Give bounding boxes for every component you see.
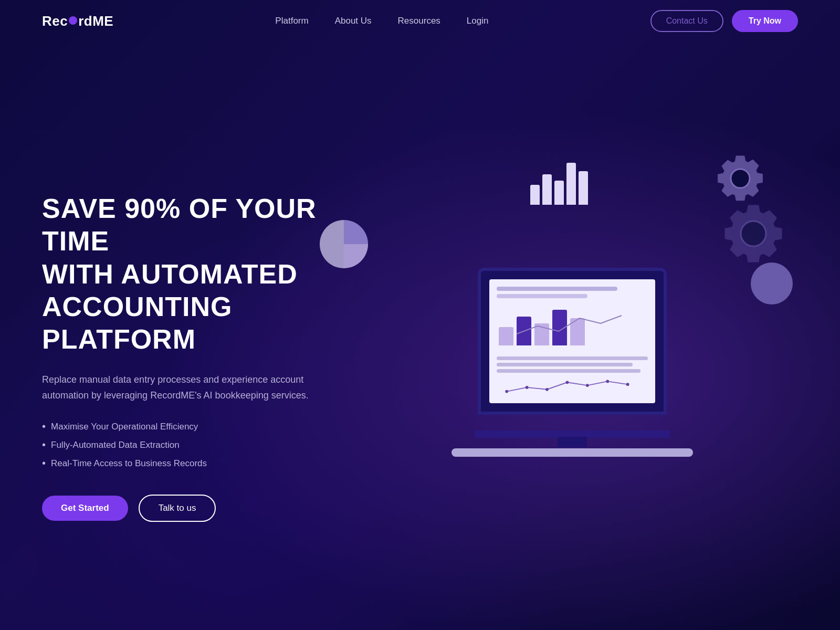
gear-small-icon bbox=[719, 200, 788, 268]
hero-subtitle: Replace manual data entry processes and … bbox=[42, 372, 315, 404]
talk-to-us-button[interactable]: Talk to us bbox=[139, 495, 216, 522]
bullet-1: Maximise Your Operational Efficiency bbox=[42, 421, 326, 433]
dot-line-chart bbox=[497, 377, 648, 396]
float-bar-chart bbox=[530, 158, 588, 205]
logo-icon-o bbox=[69, 16, 77, 25]
svg-point-6 bbox=[566, 381, 569, 384]
hero-cta: Get Started Talk to us bbox=[42, 495, 326, 522]
nav-actions: Contact Us Try Now bbox=[650, 10, 798, 32]
screen-content bbox=[489, 279, 655, 403]
gear-large-icon bbox=[714, 152, 766, 205]
nav-resources[interactable]: Resources bbox=[398, 16, 440, 26]
hero-title: SAVE 90% OF YOUR TIME WITH AUTOMATED ACC… bbox=[42, 192, 326, 356]
logo-text-end: rdME bbox=[78, 13, 113, 29]
nav-about[interactable]: About Us bbox=[335, 16, 372, 26]
nav-login[interactable]: Login bbox=[467, 16, 489, 26]
hero-section: SAVE 90% OF YOUR TIME WITH AUTOMATED ACC… bbox=[0, 42, 840, 630]
svg-point-4 bbox=[526, 386, 529, 389]
bullet-2: Fully-Automated Data Extraction bbox=[42, 439, 326, 451]
svg-point-3 bbox=[505, 390, 508, 393]
pie-chart-icon bbox=[315, 215, 373, 273]
svg-point-5 bbox=[545, 388, 549, 391]
svg-point-9 bbox=[626, 383, 629, 386]
svg-point-8 bbox=[606, 380, 609, 383]
logo[interactable]: Rec rdME bbox=[42, 13, 113, 29]
svg-point-0 bbox=[731, 169, 750, 188]
laptop-illustration bbox=[452, 268, 693, 457]
laptop-foot bbox=[452, 448, 693, 457]
hero-illustration bbox=[346, 173, 798, 541]
svg-point-7 bbox=[586, 384, 589, 387]
hero-bullets: Maximise Your Operational Efficiency Ful… bbox=[42, 421, 326, 469]
bullet-3: Real-Time Access to Business Records bbox=[42, 457, 326, 469]
float-circle bbox=[751, 262, 793, 304]
screen-lines bbox=[497, 287, 648, 298]
logo-text: Rec bbox=[42, 13, 68, 29]
try-now-button[interactable]: Try Now bbox=[732, 10, 798, 32]
laptop-screen bbox=[478, 268, 667, 415]
nav-links: Platform About Us Resources Login bbox=[275, 16, 488, 26]
svg-point-1 bbox=[741, 221, 766, 246]
screen-bar-chart bbox=[497, 306, 648, 348]
contact-us-button[interactable]: Contact Us bbox=[650, 10, 723, 32]
hero-content: SAVE 90% OF YOUR TIME WITH AUTOMATED ACC… bbox=[42, 192, 346, 522]
get-started-button[interactable]: Get Started bbox=[42, 496, 128, 521]
navbar: Rec rdME Platform About Us Resources Log… bbox=[0, 0, 840, 42]
nav-platform[interactable]: Platform bbox=[275, 16, 308, 26]
